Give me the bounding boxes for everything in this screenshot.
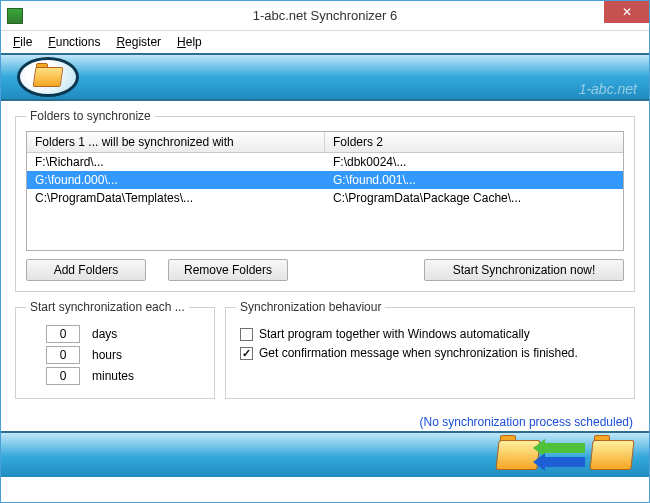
cell-folder1: F:\Richard\... [27, 153, 325, 171]
schedule-days-row: 0 days [46, 325, 204, 343]
confirm-row: Get confirmation message when synchroniz… [240, 346, 624, 360]
table-row[interactable]: C:\ProgramData\Templates\...C:\ProgramDa… [27, 189, 623, 207]
header-col2[interactable]: Folders 2 [325, 132, 623, 152]
status-text: (No synchronization process scheduled) [1, 411, 649, 431]
window-title: 1-abc.net Synchronizer 6 [1, 8, 649, 23]
minutes-input[interactable]: 0 [46, 367, 80, 385]
close-button[interactable]: ✕ [604, 1, 649, 23]
schedule-minutes-row: 0 minutes [46, 367, 204, 385]
days-input[interactable]: 0 [46, 325, 80, 343]
sync-arrows-icon [545, 443, 585, 467]
banner-bottom [1, 431, 649, 477]
behaviour-legend: Synchronization behaviour [236, 300, 385, 314]
confirm-label: Get confirmation message when synchroniz… [259, 346, 578, 360]
open-folder-oval-icon[interactable] [17, 57, 79, 97]
arrow-right-icon [545, 457, 585, 467]
menubar: File Functions Register Help [1, 31, 649, 53]
lower-row: Start synchronization each ... 0 days 0 … [15, 300, 635, 407]
cell-folder1: C:\ProgramData\Templates\... [27, 189, 325, 207]
cell-folder2: C:\ProgramData\Package Cache\... [325, 189, 623, 207]
folder-rows: F:\Richard\...F:\dbk0024\...G:\found.000… [27, 153, 623, 207]
schedule-hours-row: 0 hours [46, 346, 204, 364]
start-sync-button[interactable]: Start Synchronization now! [424, 259, 624, 281]
titlebar: 1-abc.net Synchronizer 6 ✕ [1, 1, 649, 31]
hours-input[interactable]: 0 [46, 346, 80, 364]
autostart-checkbox[interactable] [240, 328, 253, 341]
autostart-row: Start program together with Windows auto… [240, 327, 624, 341]
menu-help[interactable]: Help [171, 33, 208, 51]
folders-fieldset: Folders to synchronize Folders 1 ... wil… [15, 109, 635, 292]
cell-folder1: G:\found.000\... [27, 171, 325, 189]
menu-register[interactable]: Register [110, 33, 167, 51]
banner-top: 1-abc.net [1, 53, 649, 101]
folder-table-header: Folders 1 ... will be synchronized with … [27, 132, 623, 153]
remove-folders-button[interactable]: Remove Folders [168, 259, 288, 281]
folder-table[interactable]: Folders 1 ... will be synchronized with … [26, 131, 624, 251]
minutes-label: minutes [92, 369, 134, 383]
autostart-label: Start program together with Windows auto… [259, 327, 530, 341]
folder-icon [34, 67, 62, 87]
table-row[interactable]: F:\Richard\...F:\dbk0024\... [27, 153, 623, 171]
header-col1[interactable]: Folders 1 ... will be synchronized with [27, 132, 325, 152]
menu-file[interactable]: File [7, 33, 38, 51]
brand-watermark: 1-abc.net [579, 81, 637, 97]
schedule-legend: Start synchronization each ... [26, 300, 189, 314]
cell-folder2: G:\found.001\... [325, 171, 623, 189]
menu-functions[interactable]: Functions [42, 33, 106, 51]
schedule-fieldset: Start synchronization each ... 0 days 0 … [15, 300, 215, 399]
app-icon [7, 8, 23, 24]
behaviour-fieldset: Synchronization behaviour Start program … [225, 300, 635, 399]
button-row: Add Folders Remove Folders Start Synchro… [26, 259, 624, 281]
arrow-left-icon [545, 443, 585, 453]
folder-right-icon [591, 440, 633, 470]
hours-label: hours [92, 348, 122, 362]
add-folders-button[interactable]: Add Folders [26, 259, 146, 281]
cell-folder2: F:\dbk0024\... [325, 153, 623, 171]
days-label: days [92, 327, 117, 341]
confirm-checkbox[interactable] [240, 347, 253, 360]
folders-legend: Folders to synchronize [26, 109, 155, 123]
table-row[interactable]: G:\found.000\...G:\found.001\... [27, 171, 623, 189]
content-area: Folders to synchronize Folders 1 ... wil… [1, 101, 649, 411]
